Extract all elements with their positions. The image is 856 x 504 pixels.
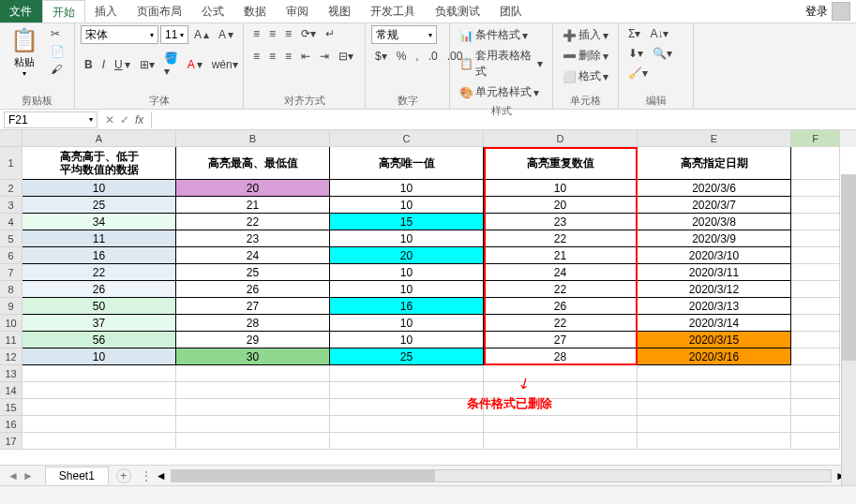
align-center-button[interactable]: ≡ <box>265 48 279 65</box>
row-header[interactable]: 4 <box>0 214 23 230</box>
fill-color-button[interactable]: 🪣▾ <box>160 50 182 80</box>
font-name-select[interactable]: 宋体▾ <box>81 25 158 44</box>
sort-filter-button[interactable]: A↓▾ <box>646 25 672 42</box>
cell[interactable]: 高亮重复数值 <box>484 147 638 180</box>
col-header-D[interactable]: D <box>484 130 638 147</box>
cell[interactable]: 2020/3/11 <box>638 264 791 281</box>
delete-button[interactable]: ➖删除▾ <box>559 46 612 66</box>
font-color-button[interactable]: A▾ <box>184 56 206 73</box>
tab-审阅[interactable]: 审阅 <box>277 0 319 22</box>
inc-decimal-button[interactable]: .0 <box>425 48 442 65</box>
tab-数据[interactable]: 数据 <box>234 0 277 22</box>
cell-styles-button[interactable]: 🎨单元格样式▾ <box>456 82 547 102</box>
cell[interactable]: 26 <box>484 298 638 315</box>
cell[interactable]: 2020/3/15 <box>638 332 791 348</box>
increase-font-button[interactable]: A▴ <box>190 26 213 43</box>
sheet-tab[interactable]: Sheet1 <box>45 467 109 484</box>
align-bottom-button[interactable]: ≡ <box>281 25 295 42</box>
cell[interactable]: 10 <box>330 264 484 281</box>
cell[interactable] <box>484 433 638 450</box>
cell[interactable]: 10 <box>23 180 176 197</box>
tab-开始[interactable]: 开始 <box>42 0 85 22</box>
row-header[interactable]: 10 <box>0 315 23 332</box>
percent-button[interactable]: % <box>393 48 411 65</box>
cell[interactable]: 25 <box>23 197 176 214</box>
row-header[interactable]: 8 <box>0 281 23 298</box>
formula-input[interactable] <box>151 111 856 128</box>
row-header[interactable]: 5 <box>0 230 23 247</box>
cell[interactable] <box>791 382 840 399</box>
clear-button[interactable]: 🧹▾ <box>624 65 652 82</box>
cell[interactable] <box>23 433 176 450</box>
cell[interactable]: 22 <box>23 264 176 281</box>
paste-button[interactable]: 📋 粘贴 ▾ <box>6 25 43 80</box>
cell[interactable] <box>791 332 840 348</box>
conditional-format-button[interactable]: 📊条件格式▾ <box>456 25 547 45</box>
cell[interactable]: 29 <box>176 332 330 348</box>
cell[interactable] <box>791 147 840 180</box>
row-header[interactable]: 16 <box>0 416 23 433</box>
row-header[interactable]: 9 <box>0 298 23 315</box>
cell[interactable] <box>176 382 330 399</box>
cell[interactable] <box>484 416 638 433</box>
cell[interactable] <box>791 180 840 197</box>
merge-button[interactable]: ⊟▾ <box>335 48 357 65</box>
cell[interactable] <box>176 399 330 416</box>
font-size-select[interactable]: 11▾ <box>160 25 188 44</box>
align-top-button[interactable]: ≡ <box>249 25 263 42</box>
col-header-A[interactable]: A <box>23 130 176 147</box>
col-header-F[interactable]: F <box>791 130 840 147</box>
horizontal-scrollbar[interactable] <box>171 469 832 482</box>
phonetic-button[interactable]: wén▾ <box>208 56 242 73</box>
cell[interactable] <box>791 230 840 247</box>
format-button[interactable]: ⬜格式▾ <box>559 67 612 86</box>
cell[interactable]: 50 <box>23 298 176 315</box>
underline-button[interactable]: U▾ <box>111 56 134 73</box>
row-header[interactable]: 12 <box>0 348 23 365</box>
cell[interactable]: 10 <box>330 332 484 348</box>
cancel-icon[interactable]: ✕ <box>105 113 114 126</box>
cell[interactable]: 27 <box>176 298 330 315</box>
cell[interactable]: 25 <box>330 348 484 365</box>
cell[interactable]: 2020/3/16 <box>638 348 791 365</box>
tab-公式[interactable]: 公式 <box>192 0 234 22</box>
cell[interactable] <box>791 264 840 281</box>
tab-开发工具[interactable]: 开发工具 <box>361 0 426 22</box>
find-button[interactable]: 🔍▾ <box>649 45 676 62</box>
cell[interactable] <box>791 298 840 315</box>
cell[interactable]: 30 <box>176 348 330 365</box>
italic-button[interactable]: I <box>98 56 109 73</box>
col-header-C[interactable]: C <box>330 130 484 147</box>
fx-icon[interactable]: fx <box>135 113 143 126</box>
cell[interactable] <box>791 197 840 214</box>
cell[interactable]: 16 <box>23 247 176 264</box>
login-link[interactable]: 登录 <box>805 4 828 20</box>
row-header[interactable]: 1 <box>0 147 23 180</box>
cell[interactable]: 37 <box>23 315 176 332</box>
sheet-nav-prev[interactable]: ◄ <box>8 469 19 482</box>
indent-inc-button[interactable]: ⇥ <box>316 48 333 65</box>
row-header[interactable]: 3 <box>0 197 23 214</box>
cell[interactable] <box>791 281 840 298</box>
copy-button[interactable]: 📄 <box>47 43 68 60</box>
wrap-text-button[interactable]: ↵ <box>322 25 338 42</box>
align-left-button[interactable]: ≡ <box>249 48 263 65</box>
cell[interactable]: 24 <box>484 264 638 281</box>
cell[interactable] <box>176 365 330 382</box>
number-format-select[interactable]: 常规▾ <box>371 25 437 44</box>
cell[interactable]: 16 <box>330 298 484 315</box>
cell[interactable]: 22 <box>176 214 330 230</box>
scroll-left[interactable]: ◄ <box>156 469 167 482</box>
bold-button[interactable]: B <box>81 56 97 73</box>
cell[interactable] <box>176 416 330 433</box>
indent-dec-button[interactable]: ⇤ <box>297 48 314 65</box>
cell[interactable]: 23 <box>176 230 330 247</box>
cell[interactable]: 21 <box>176 197 330 214</box>
cell[interactable] <box>638 416 791 433</box>
insert-button[interactable]: ➕插入▾ <box>559 25 612 45</box>
cell[interactable] <box>638 382 791 399</box>
cell[interactable] <box>791 399 840 416</box>
row-header[interactable]: 14 <box>0 382 23 399</box>
col-header-B[interactable]: B <box>176 130 330 147</box>
cell[interactable]: 10 <box>23 348 176 365</box>
